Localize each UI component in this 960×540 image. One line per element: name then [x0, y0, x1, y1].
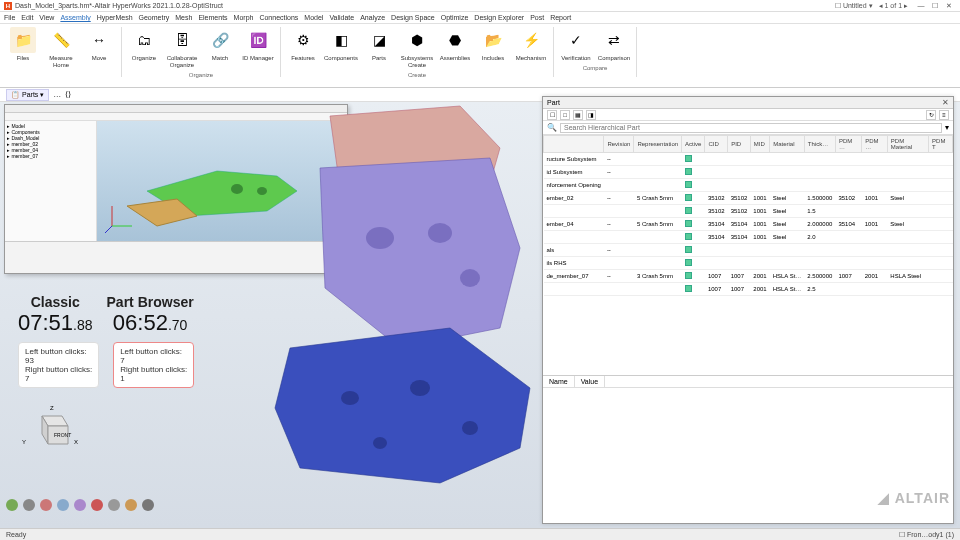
- close-button[interactable]: ✕: [942, 1, 956, 11]
- part-row[interactable]: nforcement Opening: [544, 179, 953, 192]
- active-checkbox[interactable]: [685, 168, 692, 175]
- part-col-header[interactable]: CID: [705, 136, 728, 153]
- ribbon-subsystems-create[interactable]: ⬢Subsystems Create: [400, 27, 434, 69]
- part-col-header[interactable]: Active: [682, 136, 705, 153]
- part-col-header[interactable]: PID: [728, 136, 751, 153]
- part-row[interactable]: ember_04--5 Crash 5mm35104351041001Steel…: [544, 218, 953, 231]
- part-tool-button[interactable]: ≡: [939, 110, 949, 120]
- menu-model[interactable]: Model: [304, 14, 323, 21]
- part-table[interactable]: RevisionRepresentationActiveCIDPIDMIDMat…: [543, 135, 953, 375]
- tool-icon[interactable]: [6, 499, 18, 511]
- menu-edit[interactable]: Edit: [21, 14, 33, 21]
- part-col-header[interactable]: PDM …: [862, 136, 888, 153]
- menu-hypermesh[interactable]: HyperMesh: [97, 14, 133, 21]
- menu-morph[interactable]: Morph: [234, 14, 254, 21]
- menu-file[interactable]: File: [4, 14, 15, 21]
- active-checkbox[interactable]: [685, 272, 692, 279]
- active-checkbox[interactable]: [685, 220, 692, 227]
- ribbon-measure-home[interactable]: 📏Measure Home: [44, 27, 78, 69]
- ribbon-move[interactable]: ↔Move: [82, 27, 116, 69]
- search-clear-icon[interactable]: ▾: [945, 123, 949, 132]
- part-row[interactable]: ember_02--5 Crash 5mm35102351021001Steel…: [544, 192, 953, 205]
- part-tool-button[interactable]: ☐: [547, 110, 557, 120]
- tool-icon[interactable]: [108, 499, 120, 511]
- ribbon-collaborate-organize[interactable]: 🗄Collaborate Organize: [165, 27, 199, 69]
- menu-optimize[interactable]: Optimize: [441, 14, 469, 21]
- ribbon-mechanism[interactable]: ⚡Mechanism: [514, 27, 548, 69]
- active-checkbox[interactable]: [685, 155, 692, 162]
- part-col-header[interactable]: Material: [770, 136, 805, 153]
- menu-design explorer[interactable]: Design Explorer: [474, 14, 524, 21]
- part-row[interactable]: ructure Subsystem--: [544, 153, 953, 166]
- tool-icon[interactable]: [91, 499, 103, 511]
- ribbon-files[interactable]: 📁Files: [6, 27, 40, 69]
- tool-icon[interactable]: [142, 499, 154, 511]
- active-checkbox[interactable]: [685, 233, 692, 240]
- part-row[interactable]: id Subsystem--: [544, 166, 953, 179]
- part-panel-close-icon[interactable]: ✕: [942, 98, 949, 107]
- status-model[interactable]: ☐ Fron…ody1 (1): [899, 531, 954, 539]
- ribbon-match[interactable]: 🔗Match: [203, 27, 237, 69]
- ribbon-features[interactable]: ⚙Features: [286, 27, 320, 69]
- active-checkbox[interactable]: [685, 246, 692, 253]
- part-col-header[interactable]: PDM …: [835, 136, 861, 153]
- part-col-header[interactable]: MID: [750, 136, 769, 153]
- part-tool-button[interactable]: ◨: [586, 110, 596, 120]
- ribbon-verification[interactable]: ✓Verification: [559, 27, 593, 62]
- subbar-icon[interactable]: ⟨⟩: [65, 90, 71, 99]
- part-row[interactable]: 35102351021001Steel1.5: [544, 205, 953, 218]
- tool-icon[interactable]: [74, 499, 86, 511]
- tool-icon[interactable]: [57, 499, 69, 511]
- part-col-header[interactable]: [544, 136, 604, 153]
- part-col-header[interactable]: Thick…: [804, 136, 835, 153]
- part-row[interactable]: ils RHS: [544, 257, 953, 270]
- part-col-header[interactable]: PDM Material: [887, 136, 928, 153]
- active-checkbox[interactable]: [685, 285, 692, 292]
- minimize-button[interactable]: —: [914, 1, 928, 11]
- maximize-button[interactable]: ☐: [928, 1, 942, 11]
- workspace[interactable]: ▸ Model▸ Components▸ Dash_Model▸ member_…: [0, 102, 960, 528]
- ribbon-organize[interactable]: 🗂Organize: [127, 27, 161, 69]
- part-row[interactable]: 100710072001HSLA St…2.5: [544, 283, 953, 296]
- ribbon-assemblies[interactable]: ⬣Assemblies: [438, 27, 472, 69]
- ribbon-includes[interactable]: 📂Includes: [476, 27, 510, 69]
- part-row[interactable]: 35104351041001Steel2.0: [544, 231, 953, 244]
- classic-tree[interactable]: ▸ Model▸ Components▸ Dash_Model▸ member_…: [5, 121, 97, 241]
- part-panel-header[interactable]: Part ✕: [543, 97, 953, 109]
- part-col-header[interactable]: Representation: [634, 136, 682, 153]
- ribbon-id-manager[interactable]: 🆔ID Manager: [241, 27, 275, 69]
- menu-mesh[interactable]: Mesh: [175, 14, 192, 21]
- part-tool-button[interactable]: ↻: [926, 110, 936, 120]
- part-col-header[interactable]: Revision: [604, 136, 634, 153]
- model-viewport[interactable]: [270, 88, 550, 508]
- untitled-dropdown[interactable]: ☐ Untitled ▾: [835, 2, 873, 10]
- view-cube[interactable]: FRONT Z Y X: [20, 404, 80, 454]
- ribbon-parts[interactable]: ◪Parts: [362, 27, 396, 69]
- menu-design space[interactable]: Design Space: [391, 14, 435, 21]
- part-col-header[interactable]: PDM T: [929, 136, 953, 153]
- ribbon-comparison[interactable]: ⇄Comparison: [597, 27, 631, 62]
- active-checkbox[interactable]: [685, 181, 692, 188]
- subbar-icon[interactable]: …: [53, 90, 61, 99]
- ribbon-components[interactable]: ◧Components: [324, 27, 358, 69]
- active-checkbox[interactable]: [685, 207, 692, 214]
- menu-elements[interactable]: Elements: [198, 14, 227, 21]
- part-row[interactable]: de_member_07--3 Crash 5mm100710072001HSL…: [544, 270, 953, 283]
- menu-geometry[interactable]: Geometry: [139, 14, 170, 21]
- tool-icon[interactable]: [40, 499, 52, 511]
- tool-icon[interactable]: [23, 499, 35, 511]
- part-tool-button[interactable]: □: [560, 110, 570, 120]
- menu-report[interactable]: Report: [550, 14, 571, 21]
- tree-item[interactable]: ▸ member_07: [7, 153, 94, 159]
- menu-validate[interactable]: Validate: [329, 14, 354, 21]
- parts-chip[interactable]: 📋 Parts ▾: [6, 89, 49, 101]
- menu-view[interactable]: View: [39, 14, 54, 21]
- tool-icon[interactable]: [125, 499, 137, 511]
- menu-post[interactable]: Post: [530, 14, 544, 21]
- menu-connections[interactable]: Connections: [259, 14, 298, 21]
- active-checkbox[interactable]: [685, 259, 692, 266]
- active-checkbox[interactable]: [685, 194, 692, 201]
- part-tool-button[interactable]: ▦: [573, 110, 583, 120]
- part-row[interactable]: als--: [544, 244, 953, 257]
- menu-analyze[interactable]: Analyze: [360, 14, 385, 21]
